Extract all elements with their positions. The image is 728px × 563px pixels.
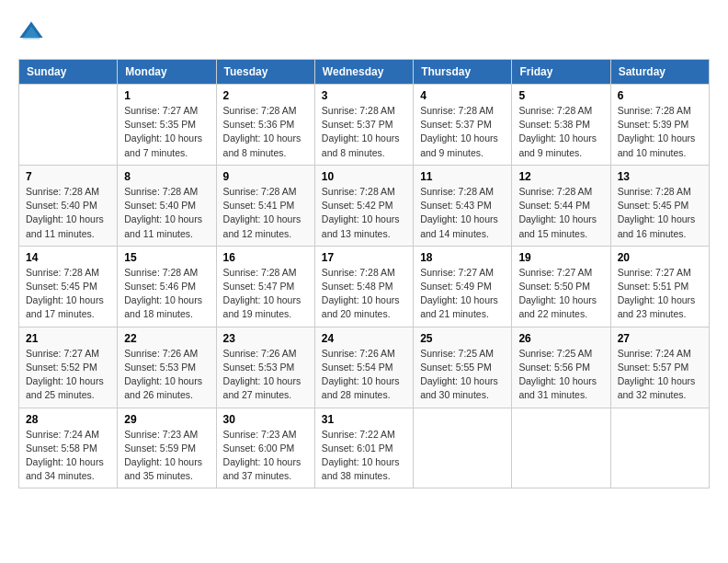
day-cell: 6Sunrise: 7:28 AM Sunset: 5:39 PM Daylig… [610, 85, 709, 166]
header-cell-monday: Monday [118, 60, 216, 85]
day-number: 26 [518, 332, 603, 345]
day-cell: 5Sunrise: 7:28 AM Sunset: 5:38 PM Daylig… [512, 85, 610, 166]
day-info: Sunrise: 7:28 AM Sunset: 5:38 PM Dayligh… [518, 105, 597, 158]
day-cell: 1Sunrise: 7:27 AM Sunset: 5:35 PM Daylig… [118, 85, 216, 166]
page-header [18, 18, 710, 44]
day-cell: 12Sunrise: 7:28 AM Sunset: 5:44 PM Dayli… [512, 165, 610, 246]
day-cell: 15Sunrise: 7:28 AM Sunset: 5:46 PM Dayli… [118, 246, 216, 327]
day-cell: 8Sunrise: 7:28 AM Sunset: 5:40 PM Daylig… [118, 165, 216, 246]
day-cell: 13Sunrise: 7:28 AM Sunset: 5:45 PM Dayli… [610, 165, 709, 246]
day-number: 29 [124, 413, 209, 426]
day-number: 24 [322, 332, 406, 345]
day-info: Sunrise: 7:25 AM Sunset: 5:56 PM Dayligh… [518, 348, 597, 401]
day-number: 11 [420, 170, 505, 183]
day-number: 27 [618, 332, 702, 345]
day-info: Sunrise: 7:27 AM Sunset: 5:52 PM Dayligh… [26, 348, 104, 401]
day-number: 20 [618, 251, 702, 264]
day-cell: 10Sunrise: 7:28 AM Sunset: 5:42 PM Dayli… [314, 165, 413, 246]
day-number: 31 [322, 413, 406, 426]
day-number: 19 [518, 251, 603, 264]
day-info: Sunrise: 7:28 AM Sunset: 5:42 PM Dayligh… [322, 186, 400, 239]
day-number: 12 [518, 170, 603, 183]
day-cell: 31Sunrise: 7:22 AM Sunset: 6:01 PM Dayli… [314, 408, 413, 488]
week-row-4: 21Sunrise: 7:27 AM Sunset: 5:52 PM Dayli… [19, 327, 710, 408]
day-cell: 16Sunrise: 7:28 AM Sunset: 5:47 PM Dayli… [216, 246, 314, 327]
day-cell: 18Sunrise: 7:27 AM Sunset: 5:49 PM Dayli… [414, 246, 512, 327]
day-cell: 26Sunrise: 7:25 AM Sunset: 5:56 PM Dayli… [512, 327, 610, 408]
day-number: 9 [223, 170, 308, 183]
day-info: Sunrise: 7:27 AM Sunset: 5:35 PM Dayligh… [124, 105, 202, 158]
day-info: Sunrise: 7:28 AM Sunset: 5:43 PM Dayligh… [420, 186, 498, 239]
day-info: Sunrise: 7:28 AM Sunset: 5:46 PM Dayligh… [124, 267, 202, 320]
day-cell: 7Sunrise: 7:28 AM Sunset: 5:40 PM Daylig… [19, 165, 118, 246]
day-number: 25 [420, 332, 505, 345]
day-cell: 23Sunrise: 7:26 AM Sunset: 5:53 PM Dayli… [216, 327, 314, 408]
day-number: 28 [26, 413, 110, 426]
day-info: Sunrise: 7:25 AM Sunset: 5:55 PM Dayligh… [420, 348, 498, 401]
day-info: Sunrise: 7:24 AM Sunset: 5:58 PM Dayligh… [26, 429, 104, 482]
day-info: Sunrise: 7:28 AM Sunset: 5:48 PM Dayligh… [322, 267, 400, 320]
day-cell: 20Sunrise: 7:27 AM Sunset: 5:51 PM Dayli… [610, 246, 709, 327]
day-info: Sunrise: 7:28 AM Sunset: 5:44 PM Dayligh… [518, 186, 597, 239]
logo-icon [18, 18, 44, 44]
day-cell: 24Sunrise: 7:26 AM Sunset: 5:54 PM Dayli… [314, 327, 413, 408]
day-number: 2 [223, 89, 308, 102]
header-cell-saturday: Saturday [610, 60, 709, 85]
day-info: Sunrise: 7:28 AM Sunset: 5:40 PM Dayligh… [124, 186, 202, 239]
day-cell: 4Sunrise: 7:28 AM Sunset: 5:37 PM Daylig… [414, 85, 512, 166]
header-cell-sunday: Sunday [19, 60, 118, 85]
day-info: Sunrise: 7:28 AM Sunset: 5:41 PM Dayligh… [223, 186, 301, 239]
day-number: 23 [223, 332, 308, 345]
day-number: 14 [26, 251, 110, 264]
day-cell: 29Sunrise: 7:23 AM Sunset: 5:59 PM Dayli… [118, 408, 216, 488]
day-cell [512, 408, 610, 488]
day-number: 17 [322, 251, 406, 264]
day-number: 8 [124, 170, 209, 183]
day-number: 30 [223, 413, 308, 426]
day-number: 21 [26, 332, 110, 345]
week-row-1: 1Sunrise: 7:27 AM Sunset: 5:35 PM Daylig… [19, 85, 710, 166]
day-info: Sunrise: 7:27 AM Sunset: 5:50 PM Dayligh… [518, 267, 597, 320]
day-cell [414, 408, 512, 488]
day-number: 16 [223, 251, 308, 264]
header-cell-thursday: Thursday [414, 60, 512, 85]
day-info: Sunrise: 7:28 AM Sunset: 5:36 PM Dayligh… [223, 105, 301, 158]
header-cell-wednesday: Wednesday [314, 60, 413, 85]
day-info: Sunrise: 7:27 AM Sunset: 5:49 PM Dayligh… [420, 267, 498, 320]
day-info: Sunrise: 7:28 AM Sunset: 5:45 PM Dayligh… [26, 267, 104, 320]
day-number: 7 [26, 170, 110, 183]
day-cell: 9Sunrise: 7:28 AM Sunset: 5:41 PM Daylig… [216, 165, 314, 246]
day-cell: 3Sunrise: 7:28 AM Sunset: 5:37 PM Daylig… [314, 85, 413, 166]
day-number: 15 [124, 251, 209, 264]
day-cell: 28Sunrise: 7:24 AM Sunset: 5:58 PM Dayli… [19, 408, 118, 488]
day-cell: 30Sunrise: 7:23 AM Sunset: 6:00 PM Dayli… [216, 408, 314, 488]
day-number: 22 [124, 332, 209, 345]
day-info: Sunrise: 7:28 AM Sunset: 5:37 PM Dayligh… [322, 105, 400, 158]
logo [18, 18, 48, 44]
calendar-table: SundayMondayTuesdayWednesdayThursdayFrid… [18, 59, 710, 488]
day-cell [19, 85, 118, 166]
week-row-5: 28Sunrise: 7:24 AM Sunset: 5:58 PM Dayli… [19, 408, 710, 488]
header-row: SundayMondayTuesdayWednesdayThursdayFrid… [19, 60, 710, 85]
day-cell: 19Sunrise: 7:27 AM Sunset: 5:50 PM Dayli… [512, 246, 610, 327]
day-info: Sunrise: 7:27 AM Sunset: 5:51 PM Dayligh… [618, 267, 696, 320]
day-info: Sunrise: 7:22 AM Sunset: 6:01 PM Dayligh… [322, 429, 400, 482]
week-row-3: 14Sunrise: 7:28 AM Sunset: 5:45 PM Dayli… [19, 246, 710, 327]
header-cell-tuesday: Tuesday [216, 60, 314, 85]
day-cell: 14Sunrise: 7:28 AM Sunset: 5:45 PM Dayli… [19, 246, 118, 327]
day-cell: 17Sunrise: 7:28 AM Sunset: 5:48 PM Dayli… [314, 246, 413, 327]
day-cell: 27Sunrise: 7:24 AM Sunset: 5:57 PM Dayli… [610, 327, 709, 408]
day-info: Sunrise: 7:23 AM Sunset: 6:00 PM Dayligh… [223, 429, 301, 482]
day-cell: 11Sunrise: 7:28 AM Sunset: 5:43 PM Dayli… [414, 165, 512, 246]
day-info: Sunrise: 7:26 AM Sunset: 5:53 PM Dayligh… [223, 348, 301, 401]
day-cell: 25Sunrise: 7:25 AM Sunset: 5:55 PM Dayli… [414, 327, 512, 408]
header-cell-friday: Friday [512, 60, 610, 85]
day-info: Sunrise: 7:26 AM Sunset: 5:54 PM Dayligh… [322, 348, 400, 401]
day-cell: 2Sunrise: 7:28 AM Sunset: 5:36 PM Daylig… [216, 85, 314, 166]
day-cell: 22Sunrise: 7:26 AM Sunset: 5:53 PM Dayli… [118, 327, 216, 408]
week-row-2: 7Sunrise: 7:28 AM Sunset: 5:40 PM Daylig… [19, 165, 710, 246]
day-number: 13 [618, 170, 702, 183]
day-number: 18 [420, 251, 505, 264]
day-number: 10 [322, 170, 406, 183]
day-info: Sunrise: 7:28 AM Sunset: 5:45 PM Dayligh… [618, 186, 696, 239]
